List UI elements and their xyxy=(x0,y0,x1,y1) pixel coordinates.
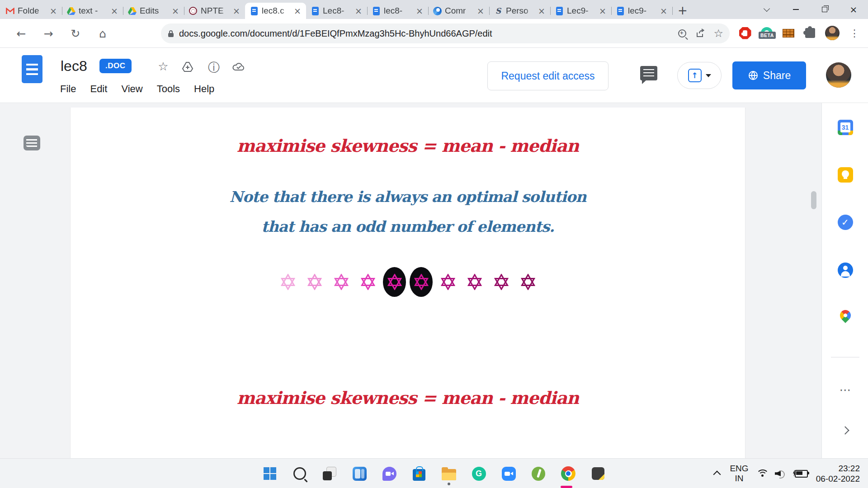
menu-tools[interactable]: Tools xyxy=(157,83,180,95)
clock[interactable]: 23:22 06-02-2022 xyxy=(811,463,860,484)
menu-file[interactable]: File xyxy=(60,83,76,95)
menu-help[interactable]: Help xyxy=(194,83,214,95)
widgets-icon[interactable] xyxy=(350,465,368,483)
star-of-david-icon xyxy=(354,267,381,297)
tab-lec9a[interactable]: Lec9- × xyxy=(550,3,611,19)
back-button[interactable]: ← xyxy=(13,25,30,42)
tab-close-icon[interactable]: × xyxy=(415,6,425,16)
tab-label: NPTE xyxy=(201,6,228,16)
tab-close-icon[interactable]: × xyxy=(354,6,363,16)
star-of-david-icon xyxy=(434,267,461,297)
tab-close-icon[interactable]: × xyxy=(170,6,180,16)
menu-view[interactable]: View xyxy=(121,83,142,95)
new-tab-button[interactable]: + xyxy=(676,4,689,17)
microsoft-store-icon[interactable] xyxy=(410,465,428,483)
tab-edits[interactable]: Edits × xyxy=(123,3,184,19)
language-indicator[interactable]: ENGIN xyxy=(726,464,752,483)
battery-icon[interactable] xyxy=(789,470,811,478)
share-button[interactable]: Share xyxy=(732,61,806,89)
contacts-icon[interactable] xyxy=(822,263,868,278)
wifi-icon[interactable] xyxy=(752,469,772,479)
task-view-icon[interactable] xyxy=(321,465,339,483)
tab-search-chevron-icon[interactable] xyxy=(752,0,781,19)
google-docs-logo[interactable] xyxy=(22,55,42,83)
window-minimize-button[interactable] xyxy=(781,0,810,19)
tab-folder[interactable]: Folde × xyxy=(1,3,62,19)
request-edit-access-button[interactable]: Request edit access xyxy=(487,61,609,90)
tab-lec8-active[interactable]: lec8.c × xyxy=(245,3,306,19)
home-button[interactable]: ⌂ xyxy=(94,25,111,42)
blue-swirl-icon xyxy=(433,6,442,15)
tab-perso[interactable]: S Perso × xyxy=(489,3,550,19)
tab-close-icon[interactable]: × xyxy=(48,6,58,16)
bookmark-star-icon[interactable]: ☆ xyxy=(713,27,723,40)
tab-close-icon[interactable]: × xyxy=(231,6,241,16)
nptel-icon xyxy=(189,6,198,15)
tab-lec8b[interactable]: Lec8- × xyxy=(306,3,367,19)
comments-icon[interactable] xyxy=(640,66,657,80)
url-text[interactable]: docs.google.com/document/d/1FeBEIQfPmxMz… xyxy=(179,28,673,39)
file-explorer-icon[interactable] xyxy=(440,465,458,483)
tab-close-icon[interactable]: × xyxy=(476,6,486,16)
add-shortcut-drive-icon[interactable] xyxy=(182,61,195,72)
drive-icon xyxy=(66,6,75,15)
chat-icon[interactable] xyxy=(380,465,398,483)
document-scrollbar-thumb[interactable] xyxy=(811,191,816,209)
docs-profile-avatar[interactable] xyxy=(826,62,851,88)
lock-icon[interactable] xyxy=(168,33,174,37)
share-page-icon[interactable] xyxy=(695,28,705,38)
forward-button[interactable]: → xyxy=(40,25,57,42)
tab-lec8c[interactable]: lec8- × xyxy=(367,3,428,19)
browser-profile-avatar[interactable] xyxy=(825,26,840,40)
tab-close-icon[interactable]: × xyxy=(292,6,302,16)
tasks-icon[interactable]: ✓ xyxy=(822,215,868,230)
beta-extension-icon[interactable]: BETA xyxy=(760,26,774,40)
tab-lec9b[interactable]: lec9- × xyxy=(611,3,672,19)
present-button[interactable]: ↑ xyxy=(677,62,722,89)
maps-icon[interactable] xyxy=(822,310,868,321)
tab-close-icon[interactable]: × xyxy=(598,6,608,16)
menu-edit[interactable]: Edit xyxy=(90,83,107,95)
search-icon[interactable] xyxy=(291,465,309,483)
workspace-side-panel: 31 ✓ ⋯ xyxy=(821,103,868,458)
bricks-extension-icon[interactable] xyxy=(782,26,795,40)
document-page[interactable]: maximise skewness = mean - median Note t… xyxy=(70,108,745,458)
tab-text[interactable]: text - × xyxy=(62,3,123,19)
gmail-icon xyxy=(5,6,14,15)
start-button[interactable] xyxy=(261,465,279,483)
hidden-icons-chevron[interactable] xyxy=(708,470,726,477)
star-document-icon[interactable]: ☆ xyxy=(156,60,170,73)
extensions-puzzle-icon[interactable] xyxy=(803,26,817,40)
system-tray: ENGIN 23:22 06-02-2022 xyxy=(708,459,868,488)
tab-close-icon[interactable]: × xyxy=(109,6,119,16)
zoom-app-icon[interactable] xyxy=(500,465,518,483)
green-app-icon[interactable] xyxy=(529,465,547,483)
tab-nptel[interactable]: NPTE × xyxy=(184,3,245,19)
document-info-icon[interactable]: ⓘ xyxy=(207,60,221,75)
zoom-icon[interactable] xyxy=(678,29,686,38)
tab-label: Folde xyxy=(18,6,45,16)
tab-close-icon[interactable]: × xyxy=(537,6,547,16)
tab-close-icon[interactable]: × xyxy=(659,6,669,16)
document-outline-icon[interactable] xyxy=(24,136,40,150)
window-controls: × xyxy=(752,0,868,19)
cloud-saved-icon[interactable] xyxy=(232,62,246,71)
more-addons-icon[interactable]: ⋯ xyxy=(822,383,868,397)
adblock-extension-icon[interactable] xyxy=(738,26,752,40)
volume-icon[interactable] xyxy=(772,469,789,478)
beta-badge: BETA xyxy=(759,32,776,39)
reload-button[interactable]: ↻ xyxy=(67,25,84,42)
tab-com[interactable]: Comr × xyxy=(428,3,489,19)
browser-menu-kebab-icon[interactable]: ⋮ xyxy=(848,26,861,40)
calendar-icon[interactable]: 31 xyxy=(822,120,868,135)
keep-icon[interactable] xyxy=(822,167,868,183)
docs-menu-bar: File Edit View Tools Help xyxy=(60,83,214,95)
document-title[interactable]: lec8 xyxy=(61,58,87,75)
sticky-notes-icon[interactable] xyxy=(589,465,607,483)
hide-side-panel-icon[interactable] xyxy=(822,427,868,433)
grammarly-icon[interactable]: G xyxy=(470,465,488,483)
window-restore-button[interactable] xyxy=(810,0,839,19)
address-bar[interactable]: docs.google.com/document/d/1FeBEIQfPmxMz… xyxy=(161,23,730,43)
window-close-button[interactable]: × xyxy=(839,0,868,19)
chrome-icon-active[interactable] xyxy=(559,465,577,483)
